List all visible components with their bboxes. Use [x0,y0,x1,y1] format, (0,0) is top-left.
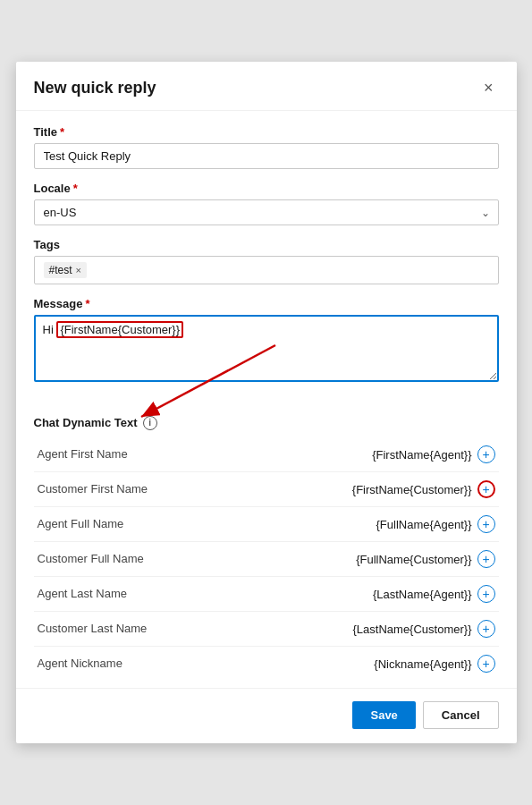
table-row: Agent First Name{FirstName{Agent}}+ [34,437,499,472]
table-row: Customer Last Name{LastName{Customer}}+ [34,611,499,646]
dynamic-field-name: Customer Full Name [34,541,243,576]
message-required-star: * [85,297,89,310]
tag-chip: #test × [44,262,87,278]
locale-select[interactable]: en-US [34,199,499,225]
title-label: Title * [34,125,499,139]
title-field-group: Title * [34,125,499,169]
dialog-header: New quick reply × [16,62,517,111]
table-row: Agent Full Name{FullName{Agent}}+ [34,506,499,541]
dynamic-field-value-cell: {FirstName{Customer}}+ [243,471,499,506]
save-button[interactable]: Save [352,701,415,729]
add-dynamic-token-button[interactable]: + [477,550,495,568]
dynamic-text-header: Chat Dynamic Text i [34,416,499,430]
locale-label: Locale * [34,182,499,195]
dynamic-field-name: Customer Last Name [34,611,243,646]
add-dynamic-token-button[interactable]: + [477,480,495,498]
dialog-footer: Save Cancel [16,688,517,743]
message-textarea[interactable] [34,315,499,382]
locale-required-star: * [73,182,78,195]
add-dynamic-token-button[interactable]: + [477,515,495,533]
cancel-button[interactable]: Cancel [423,701,499,729]
dialog-title: New quick reply [34,79,156,97]
title-input[interactable] [34,143,499,169]
table-row: Agent Last Name{LastName{Agent}}+ [34,576,499,611]
add-dynamic-token-button[interactable]: + [477,585,495,603]
message-label: Message * [34,297,499,310]
table-row: Customer Full Name{FullName{Customer}}+ [34,541,499,576]
dynamic-text-section: Chat Dynamic Text i Agent First Name{Fir… [16,407,517,681]
dynamic-field-token: {FirstName{Customer}} [352,483,472,496]
dynamic-field-name: Agent First Name [34,437,243,472]
add-dynamic-token-button[interactable]: + [477,655,495,673]
dynamic-field-value-cell: {LastName{Customer}}+ [243,611,499,646]
dynamic-field-token: {Nickname{Agent}} [374,657,471,671]
dynamic-text-table: Agent First Name{FirstName{Agent}}+Custo… [34,437,499,681]
add-dynamic-token-button[interactable]: + [477,620,495,638]
dynamic-field-value-cell: {FullName{Agent}}+ [243,506,499,541]
info-icon[interactable]: i [143,416,157,430]
dynamic-field-value-cell: {FirstName{Agent}}+ [243,437,499,472]
tag-value: #test [49,264,72,276]
close-button[interactable]: × [478,78,499,97]
locale-field-group: Locale * en-US ⌄ [34,182,499,225]
locale-select-wrapper: en-US ⌄ [34,199,499,225]
table-row: Agent Nickname{Nickname{Agent}}+ [34,646,499,681]
new-quick-reply-dialog: New quick reply × Title * Locale * en-US… [16,62,517,743]
dynamic-text-label: Chat Dynamic Text [34,416,138,429]
dialog-body: Title * Locale * en-US ⌄ Tags #tes [16,111,517,407]
message-field-group: Message * Hi {FirstName{Customer}} [34,297,499,386]
tags-label: Tags [34,238,499,251]
dynamic-field-value-cell: {Nickname{Agent}}+ [243,646,499,681]
dynamic-field-token: {LastName{Customer}} [353,623,472,636]
dynamic-field-token: {FullName{Agent}} [376,518,472,531]
add-dynamic-token-button[interactable]: + [477,445,495,463]
dynamic-field-value-cell: {LastName{Agent}}+ [243,576,499,611]
dynamic-field-token: {FullName{Customer}} [356,553,471,566]
dynamic-field-token: {LastName{Agent}} [373,588,472,601]
tags-field[interactable]: #test × [34,256,499,284]
dynamic-field-name: Agent Nickname [34,646,243,681]
dynamic-field-name: Agent Last Name [34,576,243,611]
dynamic-field-name: Agent Full Name [34,506,243,541]
title-required-star: * [60,125,64,139]
dynamic-field-value-cell: {FullName{Customer}}+ [243,541,499,576]
table-row: Customer First Name{FirstName{Customer}}… [34,471,499,506]
tags-field-group: Tags #test × [34,238,499,284]
dynamic-field-token: {FirstName{Agent}} [372,448,471,462]
tag-remove-icon[interactable]: × [76,266,81,275]
dynamic-field-name: Customer First Name [34,471,243,506]
